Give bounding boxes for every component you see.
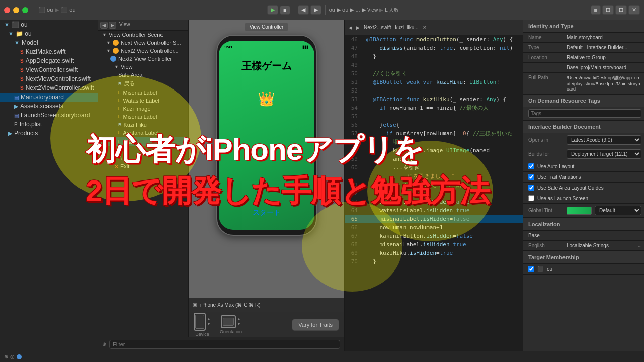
tree-item-main-storyboard[interactable]: ▤ Main.storyboard bbox=[0, 93, 98, 102]
scene-kuzi-hiku[interactable]: B Kuzi Hiku bbox=[98, 121, 188, 129]
auto-layout-checkbox[interactable] bbox=[528, 163, 534, 169]
code-line-48: 48 } bbox=[345, 52, 523, 61]
scene-modoru[interactable]: B 戻る bbox=[98, 79, 188, 88]
stepper-down-orient[interactable]: ▼ bbox=[237, 322, 241, 326]
tree-item-infoplist[interactable]: P Info.plist bbox=[0, 120, 98, 129]
scene-next2-vc-inner[interactable]: Next2 View Controller bbox=[98, 55, 188, 63]
tree-item-assets[interactable]: ▶ Assets.xcassets bbox=[0, 102, 98, 111]
view-label: View bbox=[367, 7, 378, 13]
tree-item-launchscreen[interactable]: ▤ LaunchScreen.storyboard bbox=[0, 111, 98, 120]
tree-item-label: ⬛ ou bbox=[12, 21, 28, 28]
scene-label: Anataha Label bbox=[123, 130, 159, 136]
tree-item-kuzimake[interactable]: S KuziMake.swift bbox=[0, 47, 98, 56]
stepper-down[interactable]: ▼ bbox=[207, 322, 211, 326]
scene-anataha-label[interactable]: L Anataha Label bbox=[98, 129, 188, 137]
device-label-display: iPhone Xs Max (⌘ C ⌘ R) bbox=[200, 302, 260, 308]
orientation-selector[interactable]: ▲ ▼ Orientation bbox=[220, 315, 242, 334]
scene-label: Next View Controller S... bbox=[121, 40, 181, 46]
tree-item-ou[interactable]: ▼ 📁 ou bbox=[0, 29, 98, 38]
file-label: L 人数 bbox=[385, 7, 399, 14]
safe-area-label: Use Safe Area Layout Guides bbox=[537, 185, 641, 191]
device-selector[interactable]: ▲ ▼ Device bbox=[194, 313, 211, 337]
code-line-61: 61 }else{ //王様以外を引いた場合 bbox=[345, 180, 523, 189]
traffic-lights bbox=[4, 7, 28, 13]
scene-misenai-label[interactable]: L Misenai Label bbox=[98, 88, 188, 97]
tree-item-nextvc[interactable]: S NextViewController.swift bbox=[0, 74, 98, 83]
code-line-53: 53 @IBAction func kuziHiku(_ sender: Any… bbox=[345, 95, 523, 104]
global-tint-dropdown[interactable]: Default bbox=[595, 206, 641, 215]
safe-area-row: Use Safe Area Layout Guides bbox=[523, 183, 644, 193]
scene-exit[interactable]: ✕ Exit bbox=[98, 162, 188, 170]
tab-close[interactable]: ✕ bbox=[423, 25, 427, 30]
tree-item-products[interactable]: ▶ Products bbox=[0, 129, 98, 138]
localization-strings: Localizable Strings bbox=[567, 243, 634, 248]
filter-input[interactable] bbox=[109, 340, 340, 349]
stop-button[interactable]: ■ bbox=[280, 6, 290, 15]
fullscreen-button[interactable] bbox=[22, 7, 28, 13]
inspector-toggle[interactable]: ⊟ bbox=[615, 5, 627, 15]
launch-screen-checkbox[interactable] bbox=[528, 195, 534, 201]
vary-traits-button[interactable]: Vary for Traits bbox=[292, 319, 339, 331]
code-header: ◀ ▶ Next2...swift kuziHiku... ✕ bbox=[345, 20, 523, 35]
separator: ▶ bbox=[55, 7, 59, 13]
scene-list: ◀ ▶ View ▼ View Controller Scene ▼ Next … bbox=[98, 20, 189, 337]
tree-item-appdelegate[interactable]: S AppDelegate.swift bbox=[0, 56, 98, 65]
code-line-69: 69 kuziHiku.isHidden=true bbox=[345, 249, 523, 257]
tree-item-ou-root[interactable]: ▼ ⬛ ou bbox=[0, 20, 98, 29]
stepper-up-orient[interactable]: ▲ bbox=[237, 317, 241, 321]
scene-nav-btn-fwd[interactable]: ▶ bbox=[109, 22, 116, 29]
stepper-up[interactable]: ▲ bbox=[207, 317, 211, 321]
tab-btn-next[interactable]: ▶ bbox=[356, 25, 360, 30]
scene-next2-vc[interactable]: ▼ Next2 View Controller... bbox=[98, 47, 188, 55]
localization-section: Localization Base English Localizable St… bbox=[523, 218, 644, 251]
scene-kuzi-image[interactable]: L Kuzi Image bbox=[98, 105, 188, 113]
tab-btn-prev[interactable]: ◀ bbox=[349, 25, 352, 30]
navigator-toggle[interactable]: ≡ bbox=[591, 5, 601, 15]
label-prefix: L bbox=[118, 98, 121, 103]
exit-icon: ✕ bbox=[114, 164, 118, 169]
safe-area-checkbox[interactable] bbox=[528, 185, 534, 191]
scene-more[interactable]: B ... bbox=[98, 154, 188, 162]
canvas-scene-label: View Controller bbox=[245, 23, 289, 31]
opens-in-dropdown[interactable]: Latest Xcode (9.0) bbox=[567, 135, 641, 145]
scene-ninzu-label[interactable]: L 人数 bbox=[98, 137, 188, 146]
tags-input[interactable] bbox=[528, 109, 641, 118]
scene-watasite-label[interactable]: L Watasite Label bbox=[98, 97, 188, 105]
folder-icon: ▼ bbox=[14, 40, 20, 46]
view-as-bar: ▣ iPhone Xs Max (⌘ C ⌘ R) bbox=[189, 298, 344, 312]
tree-item-next2vc[interactable]: S Next2ViewController.swift bbox=[0, 83, 98, 93]
global-tint-swatch[interactable] bbox=[567, 207, 592, 215]
plist-icon: P bbox=[14, 122, 18, 127]
close-button[interactable] bbox=[4, 7, 10, 13]
run-button[interactable]: ▶ bbox=[267, 5, 278, 15]
scene-label: Next2 View Controller... bbox=[121, 48, 179, 54]
builds-for-dropdown[interactable]: Deployment Target (12.1) bbox=[567, 149, 641, 159]
tree-item-viewcontroller[interactable]: S ViewController.swift bbox=[0, 65, 98, 74]
scene-label: Misenai Label bbox=[123, 89, 157, 96]
scene-next-vc[interactable]: ▼ Next View Controller S... bbox=[98, 39, 188, 47]
target-ou-checkbox[interactable] bbox=[528, 266, 534, 272]
status-plus-icon[interactable]: ⊕ bbox=[4, 354, 8, 359]
device-stepper[interactable]: ▲ ▼ bbox=[207, 317, 211, 326]
file-tab-2[interactable]: kuziHiku... bbox=[395, 25, 418, 30]
close-btn[interactable]: ✕ bbox=[628, 5, 640, 15]
scene-view-controller-scene[interactable]: ▼ View Controller Scene bbox=[98, 31, 188, 39]
debug-toggle[interactable]: ⊞ bbox=[602, 5, 614, 15]
scene-view[interactable]: ▼ View bbox=[98, 63, 188, 71]
trait-variations-checkbox[interactable] bbox=[528, 174, 534, 180]
minimize-button[interactable] bbox=[13, 7, 19, 13]
scene-misenai-label2[interactable]: L Misenai Label bbox=[98, 113, 188, 121]
swift-icon: S bbox=[20, 76, 24, 82]
scene-nav-btn[interactable]: ◀ bbox=[100, 22, 108, 29]
tree-item-model[interactable]: ▼ Model bbox=[0, 38, 98, 47]
status-info-icon[interactable]: ◎ bbox=[10, 354, 15, 359]
scene-other[interactable]: ... bbox=[98, 146, 188, 154]
file-tab[interactable]: Next2...swift bbox=[364, 25, 391, 30]
tree-item-label: Next2ViewController.swift bbox=[26, 84, 94, 92]
game-title: 王様ゲーム bbox=[242, 59, 292, 73]
forward-button[interactable]: ▶ bbox=[310, 5, 321, 15]
target-ou-label: ou bbox=[547, 266, 641, 272]
back-button[interactable]: ◀ bbox=[298, 5, 309, 15]
orientation-stepper[interactable]: ▲ ▼ bbox=[237, 317, 241, 326]
scene-safe-area[interactable]: Safe Area bbox=[98, 71, 188, 79]
